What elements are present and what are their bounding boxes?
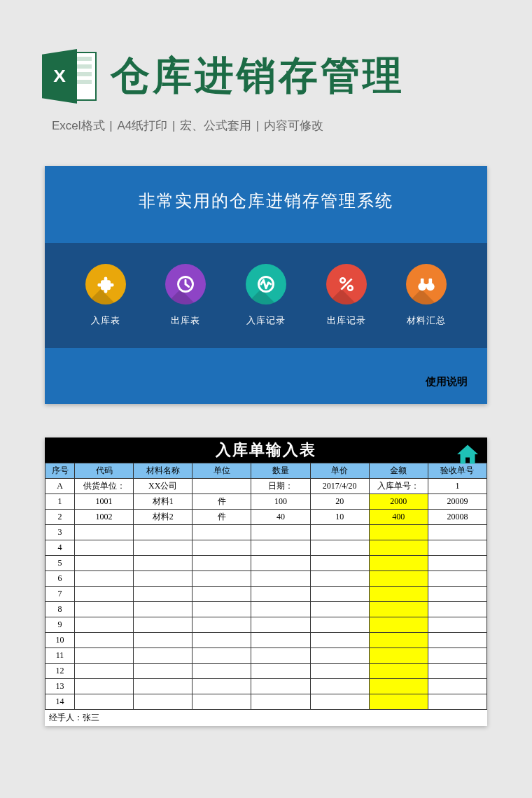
table-row[interactable]: 5 — [46, 556, 487, 571]
cell[interactable] — [428, 556, 486, 571]
cell[interactable] — [310, 679, 369, 694]
cell[interactable]: 400 — [369, 510, 428, 525]
cell[interactable]: 100 — [251, 494, 310, 510]
cell[interactable] — [310, 540, 369, 556]
cell[interactable] — [134, 664, 192, 679]
cell[interactable] — [192, 540, 251, 556]
cell[interactable] — [75, 679, 134, 694]
table-row[interactable]: 12 — [46, 664, 487, 679]
cell[interactable]: 20008 — [428, 510, 486, 525]
cell[interactable] — [428, 664, 486, 679]
cell[interactable] — [134, 602, 192, 617]
cell[interactable] — [310, 571, 369, 587]
cell[interactable]: 1002 — [75, 510, 134, 525]
supplier-value[interactable]: XX公司 — [134, 479, 192, 494]
cell[interactable] — [310, 525, 369, 540]
cell[interactable] — [75, 664, 134, 679]
cell[interactable] — [75, 587, 134, 602]
cell[interactable] — [192, 633, 251, 648]
cell[interactable] — [75, 694, 134, 710]
cell[interactable] — [192, 602, 251, 617]
cell[interactable] — [310, 556, 369, 571]
cell[interactable] — [310, 664, 369, 679]
cell[interactable] — [310, 694, 369, 710]
cell[interactable] — [251, 525, 310, 540]
cell[interactable]: 20 — [310, 494, 369, 510]
cell[interactable]: 材料1 — [134, 494, 192, 510]
table-row[interactable]: 4 — [46, 540, 487, 556]
cell[interactable]: 13 — [46, 679, 75, 694]
menu-item-outbound[interactable]: 出库表 — [152, 264, 219, 327]
cell[interactable] — [75, 540, 134, 556]
cell[interactable] — [75, 617, 134, 633]
cell[interactable] — [192, 556, 251, 571]
cell[interactable] — [134, 556, 192, 571]
cell[interactable] — [310, 602, 369, 617]
cell[interactable] — [134, 694, 192, 710]
cell[interactable] — [428, 694, 486, 710]
cell[interactable] — [369, 540, 428, 556]
cell[interactable]: 1 — [46, 494, 75, 510]
cell[interactable]: 4 — [46, 540, 75, 556]
cell[interactable] — [428, 648, 486, 664]
cell[interactable] — [310, 648, 369, 664]
cell[interactable] — [251, 633, 310, 648]
cell[interactable]: 10 — [46, 633, 75, 648]
cell[interactable] — [369, 694, 428, 710]
cell[interactable]: 2 — [46, 510, 75, 525]
cell[interactable] — [251, 556, 310, 571]
col-a-cell[interactable]: A — [46, 479, 75, 494]
cell[interactable] — [134, 648, 192, 664]
table-row[interactable]: 11001材料1件10020200020009 — [46, 494, 487, 510]
table-row[interactable]: 11 — [46, 648, 487, 664]
cell[interactable] — [251, 617, 310, 633]
cell[interactable] — [310, 587, 369, 602]
menu-item-outbound-log[interactable]: 出库记录 — [313, 264, 380, 327]
cell[interactable] — [369, 664, 428, 679]
cell[interactable] — [75, 571, 134, 587]
cell[interactable] — [192, 587, 251, 602]
cell[interactable]: 20009 — [428, 494, 486, 510]
docno-value[interactable]: 1 — [428, 479, 486, 494]
cell[interactable] — [369, 571, 428, 587]
cell[interactable]: 材料2 — [134, 510, 192, 525]
cell[interactable] — [428, 617, 486, 633]
cell[interactable]: 10 — [310, 510, 369, 525]
cell[interactable]: 14 — [46, 694, 75, 710]
cell[interactable] — [134, 587, 192, 602]
cell[interactable] — [192, 664, 251, 679]
cell[interactable] — [369, 602, 428, 617]
table-row[interactable]: 8 — [46, 602, 487, 617]
cell[interactable]: 6 — [46, 571, 75, 587]
cell[interactable] — [310, 617, 369, 633]
cell[interactable] — [75, 602, 134, 617]
menu-item-inbound-log[interactable]: 入库记录 — [232, 264, 300, 327]
table-row[interactable]: 6 — [46, 571, 487, 587]
table-row[interactable]: 3 — [46, 525, 487, 540]
cell[interactable] — [369, 633, 428, 648]
cell[interactable] — [428, 571, 486, 587]
home-icon[interactable] — [455, 442, 480, 467]
cell[interactable]: 件 — [192, 510, 251, 525]
cell[interactable]: 12 — [46, 664, 75, 679]
cell[interactable] — [428, 540, 486, 556]
cell[interactable] — [428, 679, 486, 694]
cell[interactable] — [192, 694, 251, 710]
cell[interactable] — [251, 664, 310, 679]
table-row[interactable]: 14 — [46, 694, 487, 710]
table-row[interactable]: 21002材料2件401040020008 — [46, 510, 487, 525]
cell[interactable] — [369, 525, 428, 540]
cell[interactable] — [134, 525, 192, 540]
cell[interactable] — [369, 648, 428, 664]
cell[interactable] — [310, 633, 369, 648]
cell[interactable] — [251, 648, 310, 664]
cell[interactable] — [192, 571, 251, 587]
cell[interactable] — [251, 571, 310, 587]
cell[interactable]: 8 — [46, 602, 75, 617]
cell[interactable] — [134, 617, 192, 633]
cell[interactable] — [192, 648, 251, 664]
cell[interactable] — [192, 679, 251, 694]
cell[interactable]: 40 — [251, 510, 310, 525]
cell[interactable]: 11 — [46, 648, 75, 664]
cell[interactable]: 7 — [46, 587, 75, 602]
